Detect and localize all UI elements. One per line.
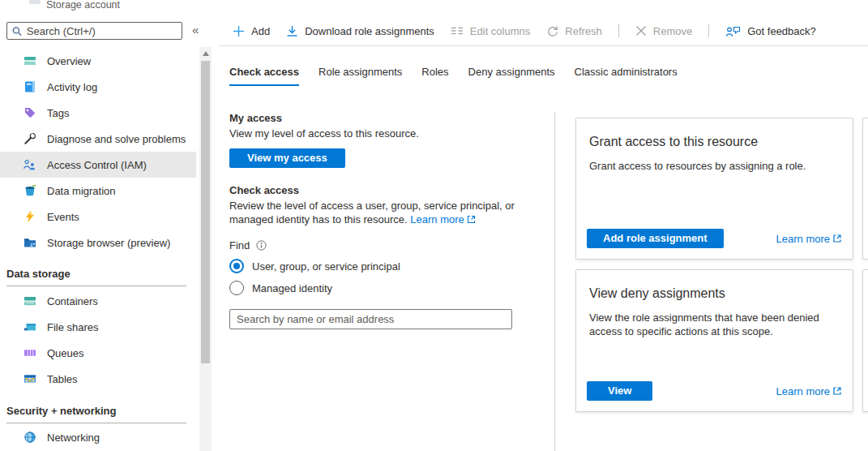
- sidebar-section-security-networking: Security + networking: [6, 405, 116, 417]
- learn-more-link[interactable]: Learn more: [776, 385, 842, 397]
- view-deny-assignments-card: View deny assignments View the role assi…: [575, 269, 853, 412]
- sidebar-section-data-storage: Data storage: [6, 268, 71, 280]
- sidebar-item-events[interactable]: Events: [0, 204, 196, 230]
- toolbar-separator: [708, 24, 709, 37]
- sidebar-item-label: Events: [47, 211, 79, 223]
- refresh-button: Refresh: [546, 25, 602, 37]
- tab-role-assignments[interactable]: Role assignments: [319, 66, 402, 86]
- access-control-icon: [23, 158, 36, 171]
- sidebar-item-label: File shares: [47, 321, 99, 333]
- sidebar-item-tags[interactable]: Tags: [0, 100, 196, 126]
- storage-account-icon: [29, 0, 41, 4]
- refresh-icon: [546, 25, 558, 37]
- radio-unselected-icon: [229, 281, 244, 295]
- info-icon[interactable]: [256, 240, 267, 251]
- tab-deny-assignments[interactable]: Deny assignments: [468, 66, 555, 86]
- feedback-icon: [725, 25, 741, 37]
- find-label-row: Find: [229, 239, 557, 251]
- got-feedback-button[interactable]: Got feedback?: [725, 25, 816, 37]
- sidebar-item-access-control-iam[interactable]: Access Control (IAM): [0, 152, 196, 178]
- check-access-description: Review the level of access a user, group…: [229, 199, 557, 226]
- edit-columns-button: Edit columns: [451, 25, 530, 37]
- view-button[interactable]: View: [587, 381, 652, 401]
- collapse-sidebar-icon[interactable]: «: [192, 23, 199, 37]
- sidebar-item-label: Activity log: [47, 81, 97, 93]
- sidebar-item-label: Containers: [47, 295, 98, 307]
- sidebar-item-overview[interactable]: Overview: [0, 48, 196, 74]
- my-access-description: View my level of access to this resource…: [229, 127, 557, 140]
- card-title: Grant access to this resource: [589, 135, 841, 149]
- sidebar-item-activity-log[interactable]: Activity log: [0, 74, 196, 100]
- scrollbar-up-arrow-icon[interactable]: [203, 51, 209, 56]
- sidebar-item-storage-browser[interactable]: Storage browser (preview): [0, 230, 196, 256]
- card-title: View deny assignments: [589, 286, 841, 301]
- view-my-access-button[interactable]: View my access: [229, 148, 345, 168]
- learn-more-link[interactable]: Learn more: [410, 213, 464, 226]
- divider: [6, 423, 186, 423]
- containers-icon: [23, 294, 36, 307]
- remove-x-icon: [635, 25, 647, 37]
- networking-icon: [23, 431, 36, 444]
- check-access-panel: My access View my level of access to thi…: [229, 112, 557, 329]
- toolbar-separator: [618, 24, 619, 37]
- external-link-icon: [832, 234, 842, 243]
- sidebar-item-label: Storage browser (preview): [47, 237, 170, 249]
- sidebar-item-label: Access Control (IAM): [47, 159, 147, 171]
- queues-icon: [23, 346, 36, 359]
- learn-more-link[interactable]: Learn more: [776, 233, 842, 245]
- find-search-input[interactable]: [229, 309, 512, 329]
- search-icon: [12, 26, 22, 37]
- grant-access-card: Grant access to this resource Grant acce…: [575, 118, 853, 260]
- sidebar: Storage account « Overview Activity log …: [0, 0, 196, 451]
- sidebar-item-diagnose[interactable]: Diagnose and solve problems: [0, 126, 196, 152]
- divider: [6, 286, 186, 286]
- sidebar-item-data-migration[interactable]: Data migration: [0, 178, 196, 204]
- remove-button: Remove: [635, 25, 692, 37]
- tab-roles[interactable]: Roles: [421, 66, 448, 86]
- sidebar-item-networking[interactable]: Networking: [0, 424, 196, 450]
- overview-icon: [23, 54, 36, 67]
- sidebar-scrollbar[interactable]: [199, 47, 212, 451]
- tab-check-access[interactable]: Check access: [229, 66, 299, 86]
- command-bar: Add Download role assignments Edit colum…: [233, 19, 832, 42]
- add-plus-icon: [233, 25, 245, 37]
- storage-browser-icon: [23, 236, 36, 249]
- my-access-title: My access: [229, 112, 557, 125]
- sidebar-item-queues[interactable]: Queues: [0, 340, 196, 366]
- radio-managed-identity[interactable]: Managed identity: [229, 281, 557, 295]
- card-description: View the role assignments that have been…: [589, 311, 839, 338]
- tab-classic-administrators[interactable]: Classic administrators: [575, 66, 678, 86]
- add-button[interactable]: Add: [233, 25, 270, 37]
- external-link-icon: [467, 215, 476, 224]
- radio-user-group-service-principal[interactable]: User, group, or service principal: [229, 259, 557, 273]
- sidebar-item-containers[interactable]: Containers: [0, 288, 196, 314]
- check-access-title: Check access: [229, 184, 557, 197]
- partial-card-edge: [862, 118, 868, 260]
- sidebar-item-label: Queues: [47, 347, 84, 359]
- tab-bar: Check access Role assignments Roles Deny…: [229, 66, 678, 86]
- download-role-assignments-button[interactable]: Download role assignments: [286, 25, 434, 37]
- sidebar-item-tables[interactable]: Tables: [0, 366, 196, 392]
- sidebar-search[interactable]: [6, 22, 182, 40]
- content-divider: [554, 112, 555, 451]
- scrollbar-thumb[interactable]: [201, 61, 210, 363]
- sidebar-item-label: Data migration: [47, 185, 116, 197]
- toolbar-divider: [219, 45, 868, 46]
- tags-icon: [23, 106, 36, 119]
- external-link-icon: [832, 386, 842, 396]
- activity-log-icon: [23, 80, 36, 93]
- sidebar-search-input[interactable]: [27, 25, 177, 37]
- resource-type-label: Storage account: [46, 0, 120, 11]
- events-icon: [23, 210, 36, 223]
- card-description: Grant access to resources by assigning a…: [589, 159, 839, 173]
- sidebar-item-label: Networking: [47, 432, 100, 444]
- sidebar-item-label: Tags: [47, 107, 69, 119]
- sidebar-item-label: Overview: [47, 55, 91, 67]
- tables-icon: [23, 372, 36, 385]
- download-icon: [286, 25, 298, 37]
- partial-card-edge: [862, 269, 868, 412]
- add-role-assignment-button[interactable]: Add role assignment: [587, 229, 724, 248]
- diagnose-icon: [23, 132, 36, 145]
- sidebar-item-file-shares[interactable]: File shares: [0, 314, 196, 340]
- find-label: Find: [229, 239, 250, 251]
